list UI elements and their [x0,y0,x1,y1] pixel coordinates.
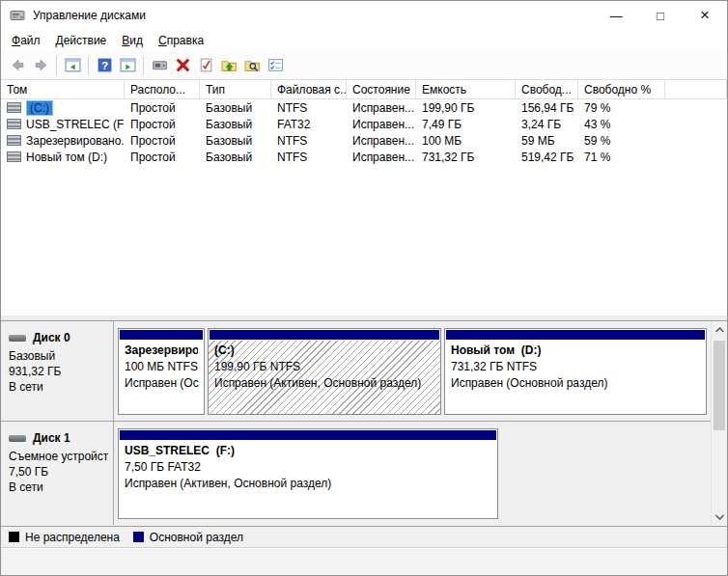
free-cell: 519,42 ГБ [516,151,578,164]
disk-icon [9,435,26,442]
close-button[interactable]: × [683,1,727,30]
minimize-button[interactable]: — [594,1,638,30]
location-cell: Простой [125,118,200,131]
scrollbar-thumb[interactable] [714,341,725,430]
partition-c-selected[interactable]: (C:) 199,90 ГБ NTFS Исправен (Активен, О… [208,328,441,415]
column-header-capacity[interactable]: Емкость [416,80,516,98]
menu-file[interactable]: Файл [4,31,48,50]
disk0-type: Базовый [9,348,105,364]
disk1-size: 7,50 ГБ [9,464,105,480]
partition-status: Исправен (Ос [125,375,198,392]
status-bar [1,547,727,575]
volume-cell: Зарезервировано... [1,134,125,148]
table-row[interactable]: USB_STRELEC (F:) Простой Базовый FAT32 И… [1,116,727,132]
partition-body: Зарезервиро 100 МБ NTFS Исправен (Ос [119,341,204,414]
menu-action[interactable]: Действие [48,31,115,50]
volume-name: Зарезервировано... [26,134,125,148]
capacity-cell: 7,49 ГБ [416,118,516,131]
action-pane-icon[interactable] [116,54,139,77]
partition-icon [7,102,21,113]
disk1-partitions: USB_STRELEC (F:) 7,50 ГБ FAT32 Исправен … [114,422,711,525]
capacity-cell: 731,32 ГБ [416,151,516,164]
partition-size: 731,32 ГБ NTFS [451,359,700,375]
forward-arrow-icon[interactable] [29,54,52,77]
partition-d[interactable]: Новый том (D:) 731,32 ГБ NTFS Исправен (… [444,328,707,415]
capacity-cell: 199,90 ГБ [416,101,516,115]
toolbar-separator [56,56,57,75]
disk0-title: Диск 0 [9,331,105,344]
legend-primary-partition: Основной раздел [133,531,243,544]
partition-size: 199,90 ГБ NTFS [214,359,434,375]
type-cell: Базовый [200,151,271,164]
disk1-type: Съемное устройст [9,449,105,464]
pane-splitter[interactable] [1,315,727,321]
device-icon[interactable] [148,54,171,77]
filesystem-cell: NTFS [271,101,347,115]
check-document-icon[interactable] [194,54,217,77]
column-header-location[interactable]: Располо... [125,80,200,98]
scroll-up-icon[interactable] [712,322,727,338]
volume-cell: USB_STRELEC (F:) [1,118,125,131]
location-cell: Простой [125,101,200,115]
table-row[interactable]: Зарезервировано... Простой Базовый NTFS … [1,132,727,149]
partition-status: Исправен (Основной раздел) [451,375,700,392]
partition-name: Зарезервиро [125,343,198,359]
window-title: Управление дисками [33,9,146,22]
type-cell: Базовый [200,101,271,115]
menu-help[interactable]: Справка [151,31,211,50]
status-cell: Исправен... [347,101,416,115]
status-cell: Исправен... [347,134,416,148]
back-arrow-icon[interactable] [6,54,29,77]
disk0-size: 931,32 ГБ [9,364,105,379]
graphical-view: Диск 0 Базовый 931,32 ГБ В сети Зарезерв… [1,321,727,526]
toolbar-separator [88,56,89,75]
type-cell: Базовый [200,134,271,148]
partition-name: Новый том (D:) [451,343,700,359]
unallocated-swatch [9,532,19,542]
disk1-label-panel[interactable]: Диск 1 Съемное устройст 7,50 ГБ В сети [1,422,114,525]
console-tree-icon[interactable] [61,54,84,77]
legend-unallocated-label: Не распределена [25,531,120,544]
toolbar: ? [1,51,727,80]
partition-name: (C:) [214,343,434,359]
filesystem-cell: FAT32 [271,118,347,131]
volume-list-header: Том Располо... Тип Файловая с... Состоян… [1,80,727,99]
free-pct-cell: 71 % [578,151,665,164]
table-row[interactable]: (C:) Простой Базовый NTFS Исправен... 19… [1,99,727,116]
disk-row-1: Диск 1 Съемное устройст 7,50 ГБ В сети U… [1,422,711,525]
maximize-button[interactable]: □ [638,1,683,30]
free-cell: 156,94 ГБ [516,101,578,115]
partition-icon [7,119,21,129]
column-header-filesystem[interactable]: Файловая с... [271,80,347,98]
partition-size: 7,50 ГБ FAT32 [125,459,491,476]
capacity-cell: 100 МБ [416,134,516,148]
delete-icon[interactable] [171,54,194,77]
column-header-free[interactable]: Свобод... [516,80,578,98]
partition-f[interactable]: USB_STRELEC (F:) 7,50 ГБ FAT32 Исправен … [118,428,498,519]
menu-bar: Файл Действие Вид Справка [1,30,727,51]
column-header-status[interactable]: Состояние [347,80,416,98]
column-header-volume[interactable]: Том [1,80,125,98]
column-header-type[interactable]: Тип [200,80,271,98]
folder-search-icon[interactable] [240,54,264,77]
checklist-icon[interactable] [264,54,287,77]
table-row[interactable]: Новый том (D:) Простой Базовый NTFS Испр… [1,149,727,165]
location-cell: Простой [125,134,200,148]
scroll-down-icon[interactable] [712,509,727,525]
disk1-name: Диск 1 [33,431,70,445]
disk0-status: В сети [9,379,105,395]
disk-row-0: Диск 0 Базовый 931,32 ГБ В сети Зарезерв… [1,321,711,422]
column-header-free-pct[interactable]: Свободно % [578,80,665,98]
volume-cell: Новый том (D:) [1,151,125,164]
primary-partition-bar [120,430,496,440]
folder-up-icon[interactable] [217,54,240,77]
partition-name: USB_STRELEC (F:) [125,443,491,459]
help-icon[interactable]: ? [93,54,116,77]
partition-system-reserved[interactable]: Зарезервиро 100 МБ NTFS Исправен (Ос [118,328,205,415]
disk1-status: В сети [9,480,105,495]
title-bar: Управление дисками — □ × [1,1,727,30]
legend-bar: Не распределена Основной раздел [1,526,727,547]
vertical-scrollbar[interactable] [711,321,727,526]
disk0-label-panel[interactable]: Диск 0 Базовый 931,32 ГБ В сети [1,321,114,421]
menu-view[interactable]: Вид [114,31,151,50]
